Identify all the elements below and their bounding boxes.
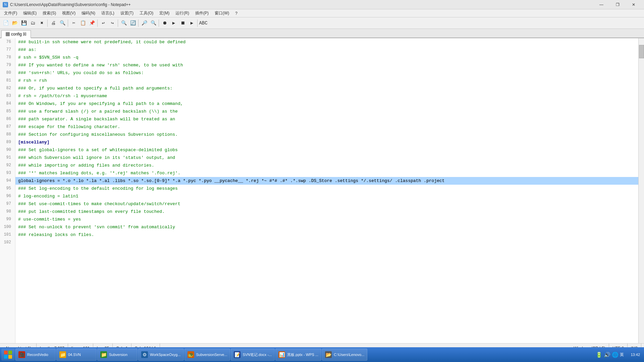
menu-plugins[interactable]: 插件(P) — [193, 10, 211, 17]
taskbar-item[interactable]: 📝SVN笔记.docx -... — [231, 349, 275, 361]
toolbar-sep4 — [118, 19, 118, 27]
editor-content[interactable]: ### built-in ssh scheme were not predefi… — [15, 38, 644, 343]
toolbar-new[interactable]: 📄 — [1, 19, 10, 27]
scrollbar-vertical[interactable] — [638, 38, 644, 343]
title-bar: N C:\Users\Lenovo\AppData\Roaming\Subver… — [0, 0, 644, 9]
code-line: ### put last-committed timestamps on eve… — [15, 208, 644, 216]
toolbar-sep1 — [47, 19, 48, 27]
minimize-button[interactable]: — — [594, 0, 609, 9]
taskbar-item-icon: 📊 — [278, 351, 285, 358]
taskbar-item[interactable]: 🎥RecordVedio — [15, 349, 56, 361]
menu-view[interactable]: 视图(V) — [59, 10, 78, 17]
code-line: ### built-in ssh scheme were not predefi… — [15, 38, 644, 46]
taskbar-item-label: C:\Users\Lenovo... — [334, 353, 364, 357]
toolbar-print-preview[interactable]: 🔍 — [58, 19, 67, 27]
toolbar-save[interactable]: 💾 — [19, 19, 28, 27]
toolbar-copy[interactable]: 📋 — [78, 19, 87, 27]
toolbar-find[interactable]: 🔍 — [119, 19, 128, 27]
line-number: 86 — [3, 115, 12, 123]
toolbar-macro-stop[interactable]: ⏹ — [178, 19, 187, 27]
scrollbar-thumb[interactable] — [639, 45, 644, 58]
line-number: 91 — [3, 154, 12, 162]
toolbar-replace[interactable]: 🔄 — [128, 19, 137, 27]
taskbar-item[interactable]: 🐢SubversionServe... — [184, 349, 230, 361]
menu-language[interactable]: 语言(L) — [99, 10, 117, 17]
taskbar-item-icon: 📂 — [325, 351, 332, 358]
start-button[interactable] — [1, 349, 15, 361]
code-line: ### Set global-ignores to a set of white… — [15, 146, 644, 154]
toolbar-print[interactable]: 🖨 — [49, 19, 58, 27]
taskbar-item-icon: 🎥 — [18, 351, 25, 358]
window-controls: — ❐ ✕ — [594, 0, 641, 9]
toolbar-macro-rec[interactable]: ⏺ — [160, 19, 169, 27]
line-number: 83 — [3, 92, 12, 100]
code-line: ### Section for configuring miscellaneou… — [15, 131, 644, 138]
line-number: 82 — [3, 84, 12, 92]
line-numbers: 7677787980818283848586878889909192939495… — [0, 38, 15, 343]
toolbar-zoom-out[interactable]: 🔍 — [149, 19, 158, 27]
line-number: 100 — [3, 223, 12, 231]
code-line: ### Or, if you wanted to specify a full … — [15, 84, 644, 92]
taskbar-item[interactable]: ⚙WorkSpaceOxyg... — [138, 349, 184, 361]
toolbar-spell[interactable]: ABC — [199, 19, 208, 27]
line-number: 77 — [3, 46, 12, 54]
line-number: 98 — [3, 208, 12, 216]
code-line: ### '*' matches leading dots, e.g. '*.re… — [15, 169, 644, 177]
taskbar-item-label: 黑板.pptx - WPS ... — [287, 352, 318, 357]
toolbar-open[interactable]: 📂 — [10, 19, 19, 27]
tray-lang: 英 — [620, 352, 624, 358]
line-number: 89 — [3, 138, 12, 146]
line-number: 92 — [3, 162, 12, 169]
menu-run[interactable]: 运行(R) — [173, 10, 192, 17]
tray-icon-3: 🌐 — [612, 352, 619, 358]
menu-window[interactable]: 窗口(W) — [212, 10, 232, 17]
menu-tools[interactable]: 工具(O) — [137, 10, 156, 17]
win-icon-q3 — [4, 355, 8, 359]
line-number: 102 — [3, 239, 12, 246]
toolbar-paste[interactable]: 📌 — [88, 19, 96, 27]
toolbar-zoom-in[interactable]: 🔎 — [140, 19, 149, 27]
toolbar-sep2 — [68, 19, 68, 27]
line-number: 85 — [3, 108, 12, 115]
taskbar-item-label: RecordVedio — [27, 353, 48, 357]
taskbar-item[interactable]: 📂C:\Users\Lenovo... — [322, 349, 367, 361]
tab-bar: config ☒ — [0, 29, 644, 38]
win-icon-q4 — [8, 355, 12, 359]
toolbar-save-all[interactable]: 🗂 — [29, 19, 37, 27]
toolbar-run[interactable]: ▶ — [187, 19, 196, 27]
taskbar-item-label: SVN笔记.docx -... — [243, 352, 272, 357]
code-line: # ssh = $SVN_SSH ssh -q — [15, 54, 644, 61]
toolbar-redo[interactable]: ↪ — [108, 19, 117, 27]
close-button[interactable]: ✕ — [626, 0, 641, 9]
line-number: 87 — [3, 123, 12, 131]
taskbar-item[interactable]: 📁Subversion — [97, 349, 138, 361]
taskbar-item[interactable]: 📁04.SVN — [56, 349, 97, 361]
line-number: 80 — [3, 69, 12, 77]
tab-config[interactable]: config ☒ — [1, 30, 31, 38]
line-number: 99 — [3, 216, 12, 223]
menu-search[interactable]: 搜索(S) — [40, 10, 59, 17]
toolbar-sep6 — [159, 19, 159, 27]
line-number: 81 — [3, 77, 12, 84]
restore-button[interactable]: ❐ — [610, 0, 625, 9]
code-line: # use-commit-times = yes — [15, 216, 644, 223]
menu-settings[interactable]: 设置(T) — [118, 10, 136, 17]
code-line: ### On Windows, if you are specifying a … — [15, 100, 644, 108]
app-icon: N — [3, 2, 8, 7]
toolbar-cut[interactable]: ✂ — [69, 19, 78, 27]
taskbar-item[interactable]: 📊黑板.pptx - WPS ... — [275, 349, 321, 361]
line-number: 76 — [3, 38, 12, 46]
toolbar-undo[interactable]: ↩ — [99, 19, 108, 27]
toolbar-close[interactable]: ✖ — [38, 19, 46, 27]
tray-icon-2: 🔊 — [604, 352, 610, 358]
toolbar-macro-play[interactable]: ▶ — [169, 19, 178, 27]
taskbar-item-icon: 📝 — [234, 351, 240, 358]
menu-edit[interactable]: 编辑(E) — [20, 10, 39, 17]
menu-encode[interactable]: 编码(N) — [79, 10, 98, 17]
menu-help[interactable]: ? — [232, 10, 240, 17]
tab-icon — [6, 32, 10, 36]
window-title: C:\Users\Lenovo\AppData\Roaming\Subversi… — [10, 2, 131, 7]
menu-file[interactable]: 文件(F) — [1, 10, 20, 17]
menu-macro[interactable]: 宏(M) — [157, 10, 172, 17]
code-line: ### use a forward slash (/) or a paired … — [15, 108, 644, 115]
